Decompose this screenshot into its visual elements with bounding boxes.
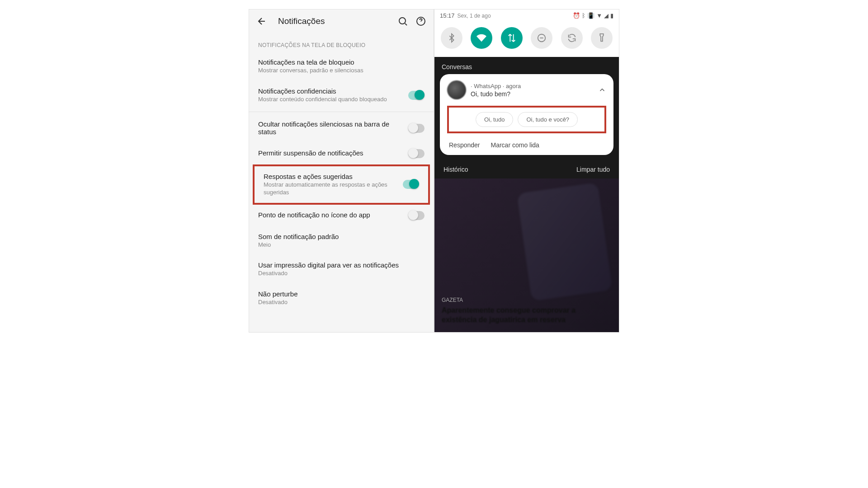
qs-dnd[interactable] bbox=[531, 27, 552, 49]
setting-title: Som de notificação padrão bbox=[258, 233, 425, 240]
setting-title: Ponto de notificação no ícone do app bbox=[258, 211, 408, 219]
bluetooth-icon: ᛒ bbox=[582, 12, 585, 19]
toggle-snooze[interactable] bbox=[408, 149, 425, 158]
qs-flashlight[interactable] bbox=[591, 27, 613, 49]
suggestion-chip-1[interactable]: Oi, tudo bbox=[476, 112, 514, 127]
setting-suggested-replies[interactable]: Respostas e ações sugeridas Mostrar auto… bbox=[255, 166, 428, 203]
clear-all-button[interactable]: Limpar tudo bbox=[576, 166, 610, 173]
flashlight-icon bbox=[597, 33, 607, 43]
mark-read-button[interactable]: Marcar como lida bbox=[491, 141, 539, 149]
setting-title: Usar impressão digital para ver as notif… bbox=[258, 261, 425, 269]
status-time: 15:17 bbox=[440, 12, 455, 19]
setting-title: Não perturbe bbox=[258, 290, 425, 298]
notification-message: Oi, tudo bem? bbox=[471, 90, 594, 98]
highlight-suggestion-chips: Oi, tudo Oi, tudo e você? bbox=[447, 106, 606, 133]
avatar bbox=[447, 80, 466, 99]
chevron-up-icon[interactable] bbox=[598, 86, 606, 94]
setting-subtitle: Mostrar automaticamente as respostas e a… bbox=[264, 181, 403, 197]
data-icon bbox=[507, 33, 517, 43]
quick-settings-row bbox=[434, 22, 619, 57]
article-tag: GAZETA bbox=[442, 297, 612, 303]
setting-subtitle: Desativado bbox=[258, 299, 425, 306]
page-title: Notificações bbox=[278, 16, 390, 26]
alarm-icon: ⏰ bbox=[573, 12, 580, 19]
setting-lockscreen-notifications[interactable]: Notificações na tela de bloqueio Mostrar… bbox=[249, 52, 434, 81]
qs-data[interactable] bbox=[501, 27, 523, 49]
dnd-icon bbox=[537, 33, 547, 43]
notification-app-line: · WhatsApp · agora bbox=[471, 83, 594, 89]
toggle-hide-silent[interactable] bbox=[408, 124, 425, 133]
status-date: Sex, 1 de ago bbox=[458, 13, 491, 19]
setting-title: Notificações confidenciais bbox=[258, 87, 408, 95]
setting-default-sound[interactable]: Som de notificação padrão Meio bbox=[249, 226, 434, 255]
setting-subtitle: Desativado bbox=[258, 270, 425, 277]
section-header-lockscreen: NOTIFICAÇÕES NA TELA DE BLOQUEIO bbox=[249, 33, 434, 52]
setting-notification-dot[interactable]: Ponto de notificação no ícone do app bbox=[249, 205, 434, 226]
toggle-confidential[interactable] bbox=[408, 91, 425, 100]
setting-subtitle: Mostrar conteúdo confidencial quando blo… bbox=[258, 96, 408, 103]
toggle-notification-dot[interactable] bbox=[408, 211, 425, 220]
signal-icon: ◢ bbox=[604, 12, 609, 19]
autorotate-icon bbox=[567, 33, 577, 43]
history-label[interactable]: Histórico bbox=[443, 166, 468, 173]
reply-button[interactable]: Responder bbox=[449, 141, 480, 149]
background-phone-image bbox=[517, 183, 613, 301]
settings-header: Notificações bbox=[249, 9, 434, 33]
vibrate-icon: 📳 bbox=[587, 12, 594, 19]
highlight-suggested-replies: Respostas e ações sugeridas Mostrar auto… bbox=[253, 164, 430, 205]
setting-title: Notificações na tela de bloqueio bbox=[258, 58, 425, 66]
battery-icon: ▮ bbox=[610, 12, 613, 19]
setting-title: Ocultar notificações silenciosas na barr… bbox=[258, 120, 408, 136]
bluetooth-icon bbox=[447, 33, 457, 43]
settings-screen: Notificações NOTIFICAÇÕES NA TELA DE BLO… bbox=[249, 9, 434, 333]
setting-confidential-notifications[interactable]: Notificações confidenciais Mostrar conte… bbox=[249, 81, 434, 110]
divider bbox=[249, 112, 434, 112]
status-bar: 15:17 Sex, 1 de ago ⏰ ᛒ 📳 ▼ ◢ ▮ bbox=[434, 9, 619, 22]
background-content: GAZETA Aparentemente consegue comprovar … bbox=[434, 178, 619, 332]
notification-card[interactable]: · WhatsApp · agora Oi, tudo bem? Oi, tud… bbox=[440, 74, 613, 155]
back-arrow-icon[interactable] bbox=[256, 16, 267, 27]
setting-hide-silent[interactable]: Ocultar notificações silenciosas na barr… bbox=[249, 114, 434, 143]
qs-autorotate[interactable] bbox=[561, 27, 583, 49]
setting-dnd[interactable]: Não perturbe Desativado bbox=[249, 284, 434, 313]
history-row: Histórico Limpar tudo bbox=[434, 160, 619, 178]
toggle-suggested-replies[interactable] bbox=[403, 180, 419, 189]
help-icon[interactable] bbox=[415, 16, 426, 27]
svg-point-0 bbox=[399, 18, 406, 24]
setting-title: Permitir suspensão de notificações bbox=[258, 149, 408, 157]
qs-bluetooth[interactable] bbox=[441, 27, 462, 49]
wifi-icon bbox=[476, 33, 486, 43]
article-title: Aparentemente consegue comprovar a exist… bbox=[442, 306, 612, 325]
setting-fingerprint-notifications[interactable]: Usar impressão digital para ver as notif… bbox=[249, 255, 434, 284]
setting-snooze[interactable]: Permitir suspensão de notificações bbox=[249, 143, 434, 164]
notification-shade: 15:17 Sex, 1 de ago ⏰ ᛒ 📳 ▼ ◢ ▮ Conversa… bbox=[434, 9, 619, 333]
search-icon[interactable] bbox=[397, 16, 408, 27]
section-conversas: Conversas bbox=[434, 57, 619, 74]
setting-title: Respostas e ações sugeridas bbox=[264, 173, 403, 180]
status-icons: ⏰ ᛒ 📳 ▼ ◢ ▮ bbox=[573, 12, 613, 19]
qs-wifi[interactable] bbox=[471, 27, 492, 49]
suggestion-chip-2[interactable]: Oi, tudo e você? bbox=[518, 112, 578, 127]
wifi-icon: ▼ bbox=[596, 12, 602, 19]
setting-subtitle: Meio bbox=[258, 241, 425, 249]
setting-subtitle: Mostrar conversas, padrão e silenciosas bbox=[258, 67, 425, 75]
